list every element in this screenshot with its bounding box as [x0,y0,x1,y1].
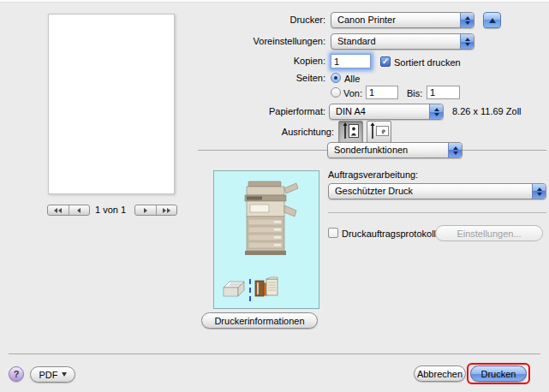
footer-divider [9,353,540,354]
settings-button-label: Einstellungen... [457,229,521,239]
print-button-label: Drucken [481,369,516,379]
job-log-checkbox[interactable] [328,228,338,238]
popup-stepper-icon [460,34,474,49]
collapse-sheet-button[interactable] [483,12,501,28]
collate-label: Sortiert drucken [394,58,461,68]
preview-nav-forward-group [134,205,177,216]
pdf-menu-button[interactable]: PDF [30,366,75,383]
pages-to-label: Bis: [407,89,422,98]
job-log-book-icon [254,276,279,301]
settings-button[interactable]: Einstellungen... [435,225,543,241]
printer-illustration-panel [213,170,319,309]
check-icon: ✓ [382,57,389,66]
previous-page-icon [77,208,81,213]
paper-dimensions: 8.26 x 11.69 Zoll [452,104,522,120]
portrait-page-icon [343,122,360,141]
cancel-button-label: Abbrechen [417,369,462,379]
section-divider [328,212,546,213]
pane-selector[interactable]: Sonderfunktionen [327,142,462,158]
pages-from-label: Von: [343,89,362,98]
printer-info-button[interactable]: Druckerinformationen [201,312,318,329]
print-button[interactable]: Drucken [470,365,527,382]
orientation-portrait-button[interactable] [338,121,363,143]
first-page-icon2 [58,208,62,213]
printer-info-button-label: Druckerinformationen [214,316,304,326]
first-page-button[interactable] [48,205,69,215]
pages-to-input[interactable] [427,86,460,99]
job-processing-label: Auftragsverarbeitung: [328,169,418,180]
copies-label: Kopien: [197,54,325,68]
help-button[interactable]: ? [9,366,24,382]
collapse-arrow-icon [489,18,496,23]
popup-stepper-icon [460,13,474,27]
cancel-button[interactable]: Abbrechen [414,365,466,382]
pages-label: Seiten: [197,73,325,84]
paper-label: Papierformat: [197,104,325,120]
first-page-icon [54,208,57,213]
pane-selector-value: Sonderfunktionen [328,143,448,157]
pages-range-radio[interactable] [331,87,341,98]
paper-select-value: DIN A4 [330,104,429,119]
pdf-button-label: PDF [39,370,58,380]
orientation-label: Ausrichtung: [206,127,334,138]
pages-all-radio[interactable] [331,73,341,83]
help-icon: ? [14,369,20,379]
presets-select-value: Standard [331,34,460,49]
job-processing-value: Geschützter Druck [329,184,532,199]
last-page-icon [163,208,166,213]
last-page-button[interactable] [156,205,177,215]
popup-stepper-icon [532,184,546,199]
copier-illustration [230,176,305,264]
paper-select[interactable]: DIN A4 [329,104,444,120]
paper-stack-icon [221,277,247,301]
print-preview-page [48,14,175,194]
printer-select[interactable]: Canon Printer [331,12,474,28]
dashed-divider-icon [249,279,251,301]
job-log-label: Druckauftragsprotokoll [342,229,436,239]
pages-all-label: Alle [344,74,360,84]
next-page-icon [144,208,147,213]
chevron-down-icon [62,372,67,377]
presets-label: Voreinstellungen: [197,33,325,50]
last-page-icon2 [167,208,170,213]
printer-label: Drucker: [197,12,325,28]
printer-select-value: Canon Printer [331,13,460,27]
landscape-page-icon [370,122,389,141]
sheet-top-edge [0,0,549,3]
page-indicator: 1 von 1 [88,205,133,216]
orientation-landscape-button[interactable] [367,121,391,143]
popup-stepper-icon [448,143,462,157]
presets-select[interactable]: Standard [331,33,474,50]
previous-page-button[interactable] [69,205,90,215]
next-page-button[interactable] [135,205,156,215]
print-dialog: { "form": { "printer": { "label": "Druck… [0,0,549,392]
pages-from-input[interactable] [366,86,398,99]
preview-nav-back-group [47,205,90,216]
job-processing-select[interactable]: Geschützter Druck [328,183,546,199]
popup-stepper-icon [429,104,443,119]
copies-input[interactable] [331,54,371,68]
collate-checkbox[interactable]: ✓ [380,56,391,67]
